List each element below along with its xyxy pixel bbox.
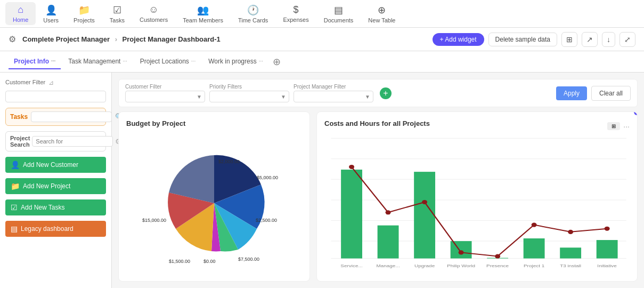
legacy-label: Legacy dashboard: [21, 225, 74, 233]
projects-icon: 📁: [78, 4, 90, 16]
legacy-dashboard-button[interactable]: ▤ Legacy dashboard: [5, 221, 106, 237]
nav-expenses-label: Expenses: [283, 17, 308, 23]
nav-team-members[interactable]: 👥 Team Members: [175, 2, 231, 26]
nav-users[interactable]: 👤 Users: [36, 2, 66, 26]
add-widget-button[interactable]: + Add widget: [433, 33, 484, 46]
nav-projects[interactable]: 📁 Projects: [66, 2, 102, 26]
nav-timecards-label: Time Cards: [238, 17, 268, 23]
pie-label-6: $15,000.00: [142, 218, 166, 223]
breadcrumb: Complete Project Manager › Project Manag…: [22, 35, 221, 43]
nav-documents[interactable]: ▤ Documents: [316, 2, 361, 26]
share-button[interactable]: ↗: [582, 32, 598, 47]
costs-chart-card: Costs and Hours for all Projects ⊞ ··· 9…: [316, 111, 638, 282]
nav-customers[interactable]: ☺ Customers: [132, 2, 175, 25]
nav-home[interactable]: ⌂ Home: [5, 2, 36, 25]
documents-icon: ▤: [334, 4, 343, 16]
top-navigation: ⌂ Home 👤 Users 📁 Projects ☑ Tasks ☺ Cust…: [0, 0, 644, 28]
team-icon: 👥: [197, 4, 209, 16]
users-icon: 👤: [45, 4, 57, 16]
nav-home-label: Home: [13, 17, 28, 23]
line-dot-3: [459, 250, 464, 254]
pie-chart-container: $2,000.00 $5,000.00 $2,500.00 $7,500.00 …: [126, 133, 302, 274]
customer-filter-select[interactable]: [5, 91, 106, 102]
tasks-icon: ☑: [113, 4, 121, 16]
budget-chart-title: Budget by Project: [126, 119, 185, 127]
svg-text:T3 install: T3 install: [560, 263, 581, 268]
nav-documents-label: Documents: [324, 17, 354, 23]
costs-chart-menu[interactable]: ···: [623, 122, 630, 131]
costs-chart-title: Costs and Hours for all Projects: [324, 119, 430, 127]
budget-chart-header: Budget by Project: [126, 119, 302, 133]
breadcrumb-separator: ›: [115, 35, 117, 43]
filter-priority-label: Priority Filters: [209, 84, 289, 90]
svg-text:Upgrade: Upgrade: [414, 263, 435, 268]
nav-team-label: Team Members: [183, 17, 223, 23]
bar-upgrade: [414, 172, 435, 258]
add-new-customer-button[interactable]: 👤 Add New Customer: [5, 157, 106, 173]
filter-priority-group: Priority Filters ▼: [209, 84, 289, 102]
pie-label-4: $0.00: [203, 259, 216, 264]
pie-label-2: $2,500.00: [256, 218, 277, 223]
tab-project-locations[interactable]: Project Locations ···: [135, 54, 201, 69]
main-area: Customer Filter ⊿ Tasks 🔍 ProjectSearch …: [0, 73, 644, 288]
project-search-section: ProjectSearch ⚙ 🔍: [5, 131, 106, 151]
tab-task-management-label: Task Management: [68, 58, 120, 65]
nav-tasks[interactable]: ☑ Tasks: [102, 2, 132, 26]
delete-sample-button[interactable]: Delete sample data: [488, 33, 557, 46]
filter-priority-select[interactable]: [209, 91, 289, 102]
tab-project-locations-options[interactable]: ···: [191, 58, 195, 64]
tab-task-management-options[interactable]: ···: [123, 58, 127, 64]
header-actions: + Add widget Delete sample data ⊞ ↗ ↓ ⤢: [433, 32, 635, 47]
tab-project-info-options[interactable]: ···: [51, 58, 55, 64]
tab-work-in-progress-options[interactable]: ···: [259, 58, 263, 64]
expand-button[interactable]: ⤢: [619, 32, 635, 47]
content-area: Customer Filter ▼ Priority Filters ▼ Pro…: [112, 73, 644, 288]
add-new-tasks-button[interactable]: ☑ Add New Tasks: [5, 199, 106, 215]
bar-initiative: [597, 240, 618, 259]
tab-project-info[interactable]: Project Info ···: [9, 54, 61, 69]
tab-task-management[interactable]: Task Management ···: [63, 54, 132, 69]
timecards-icon: 🕐: [247, 4, 259, 16]
bar-t3install: [560, 247, 581, 258]
page-title: Project Manager Dashboard-1: [123, 35, 221, 43]
grid-view-button[interactable]: ⊞: [561, 32, 577, 47]
nav-users-label: Users: [43, 17, 59, 23]
project-search-input[interactable]: [32, 136, 113, 147]
settings-icon[interactable]: ⚙: [9, 34, 16, 44]
add-customer-label: Add New Customer: [23, 161, 78, 169]
nav-tasks-label: Tasks: [110, 17, 125, 23]
add-new-project-button[interactable]: 📁 Add New Project: [5, 178, 106, 194]
filter-customer-select[interactable]: [125, 91, 205, 102]
tasks-search-input[interactable]: [31, 111, 112, 122]
clear-all-button[interactable]: Clear all: [591, 86, 631, 101]
project-search-label: ProjectSearch: [10, 135, 30, 148]
bar-philip: [451, 241, 472, 258]
nav-time-cards[interactable]: 🕐 Time Cards: [231, 2, 275, 26]
budget-chart-card: Budget by Project: [118, 111, 310, 282]
add-tab-button[interactable]: ⊕: [273, 56, 281, 68]
legacy-icon: ▤: [11, 225, 18, 233]
costs-chart-header: Costs and Hours for all Projects ⊞ ···: [324, 119, 630, 133]
add-project-icon: 📁: [11, 182, 20, 190]
customer-filter-label: Customer Filter: [5, 79, 45, 85]
customers-icon: ☺: [149, 4, 158, 15]
bar-manage: [378, 226, 399, 259]
filter-pm-group: Project Manager Filter ▼: [294, 84, 373, 102]
charts-row: Budget by Project: [118, 111, 638, 282]
bar-chart-container: 90 75 60 45 30 15 0 $7200.00 $6000.00 $4…: [324, 133, 630, 274]
costs-card-dot: [634, 111, 638, 115]
chart-options-button[interactable]: ⊞: [607, 122, 620, 130]
filter-pm-select[interactable]: [294, 91, 373, 102]
add-customer-icon: 👤: [11, 161, 20, 169]
sidebar: Customer Filter ⊿ Tasks 🔍 ProjectSearch …: [0, 73, 112, 288]
nav-new-table[interactable]: ⊕ New Table: [361, 2, 403, 26]
nav-projects-label: Projects: [74, 17, 95, 23]
line-dot-5: [532, 223, 537, 227]
add-filter-button[interactable]: +: [380, 87, 392, 99]
filters-row: Customer Filter ▼ Priority Filters ▼ Pro…: [118, 79, 638, 107]
tab-work-in-progress[interactable]: Work in progress ···: [203, 54, 268, 69]
download-button[interactable]: ↓: [602, 32, 615, 47]
apply-button[interactable]: Apply: [556, 86, 587, 100]
nav-expenses[interactable]: $ Expenses: [275, 2, 316, 25]
bar-service: [341, 170, 362, 259]
